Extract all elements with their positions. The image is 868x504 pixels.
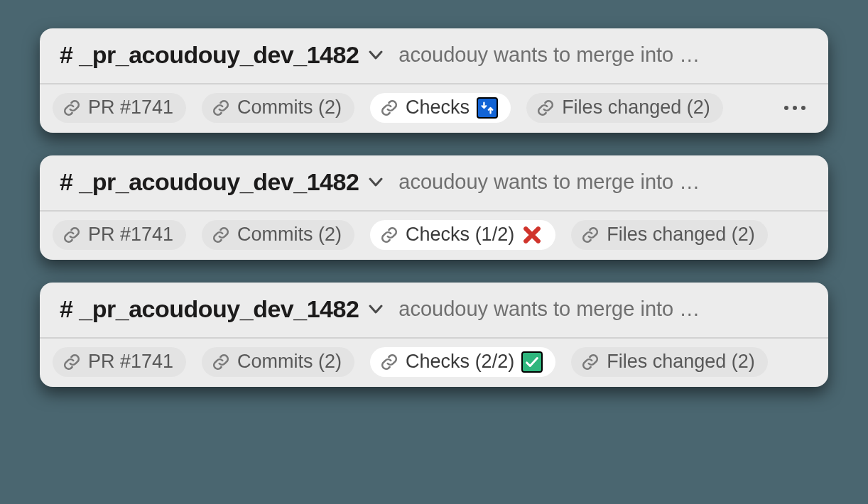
link-icon — [212, 99, 230, 117]
link-icon — [380, 353, 398, 371]
bookmark-commits[interactable]: Commits (2) — [202, 93, 354, 123]
pr-message-card: # _pr_acoudouy_dev_1482 acoudouy wants t… — [40, 28, 828, 133]
bookmark-label: PR #1741 — [88, 97, 173, 119]
bookmark-label: Commits (2) — [237, 351, 342, 373]
bookmark-label: Commits (2) — [237, 97, 342, 119]
status-passed-icon — [521, 351, 543, 373]
chevron-down-icon — [369, 50, 383, 60]
link-icon — [536, 99, 555, 117]
bookmark-pr[interactable]: PR #1741 — [53, 347, 186, 377]
link-icon — [212, 353, 230, 371]
merge-subtitle: acoudouy wants to merge into … — [398, 297, 808, 321]
pr-message-card: # _pr_acoudouy_dev_1482 acoudouy wants t… — [40, 155, 828, 260]
bookmark-label: Checks — [406, 97, 470, 119]
card-header: # _pr_acoudouy_dev_1482 acoudouy wants t… — [40, 155, 828, 210]
bookmark-pr[interactable]: PR #1741 — [53, 93, 186, 123]
bookmark-label: Checks (2/2) — [406, 351, 514, 373]
link-icon — [63, 353, 81, 371]
link-icon — [581, 226, 600, 244]
merge-subtitle: acoudouy wants to merge into … — [398, 43, 808, 67]
card-footer: PR #1741 Commits (2) Checks (1/2) — [40, 212, 828, 260]
merge-subtitle: acoudouy wants to merge into … — [398, 170, 808, 194]
link-icon — [380, 226, 398, 244]
channel-name: # _pr_acoudouy_dev_1482 — [60, 41, 359, 69]
channel-name: # _pr_acoudouy_dev_1482 — [60, 295, 359, 323]
channel-selector[interactable]: # _pr_acoudouy_dev_1482 — [60, 41, 383, 69]
bookmark-label: Files changed (2) — [607, 224, 755, 246]
chevron-down-icon — [369, 305, 383, 314]
bookmark-files-changed[interactable]: Files changed (2) — [571, 220, 768, 250]
bookmark-label: Checks (1/2) — [406, 224, 514, 246]
link-icon — [63, 99, 81, 117]
bookmark-label: Files changed (2) — [607, 351, 755, 373]
link-icon — [63, 226, 81, 244]
status-failed-icon — [521, 224, 543, 246]
status-in-progress-icon — [477, 97, 498, 119]
pr-message-card: # _pr_acoudouy_dev_1482 acoudouy wants t… — [40, 283, 828, 387]
more-actions-button[interactable] — [784, 106, 815, 110]
card-footer: PR #1741 Commits (2) Checks (2/2) — [40, 339, 828, 387]
bookmark-commits[interactable]: Commits (2) — [202, 220, 354, 250]
channel-name: # _pr_acoudouy_dev_1482 — [60, 168, 359, 196]
channel-selector[interactable]: # _pr_acoudouy_dev_1482 — [60, 295, 383, 323]
bookmark-pr[interactable]: PR #1741 — [53, 220, 186, 250]
chevron-down-icon — [369, 177, 383, 187]
link-icon — [380, 99, 398, 117]
card-header: # _pr_acoudouy_dev_1482 acoudouy wants t… — [40, 28, 828, 83]
bookmark-checks[interactable]: Checks (2/2) — [370, 347, 555, 377]
card-footer: PR #1741 Commits (2) Checks — [40, 84, 828, 133]
bookmark-checks[interactable]: Checks — [370, 93, 511, 123]
bookmark-label: PR #1741 — [88, 351, 173, 373]
card-header: # _pr_acoudouy_dev_1482 acoudouy wants t… — [40, 283, 828, 337]
bookmark-files-changed[interactable]: Files changed (2) — [571, 347, 768, 377]
bookmark-label: PR #1741 — [88, 224, 173, 246]
bookmark-commits[interactable]: Commits (2) — [202, 347, 354, 377]
link-icon — [212, 226, 230, 244]
bookmark-files-changed[interactable]: Files changed (2) — [526, 93, 723, 123]
bookmark-label: Commits (2) — [237, 224, 342, 246]
bookmark-checks[interactable]: Checks (1/2) — [370, 220, 555, 250]
link-icon — [581, 353, 600, 371]
bookmark-label: Files changed (2) — [562, 97, 710, 119]
channel-selector[interactable]: # _pr_acoudouy_dev_1482 — [60, 168, 383, 196]
